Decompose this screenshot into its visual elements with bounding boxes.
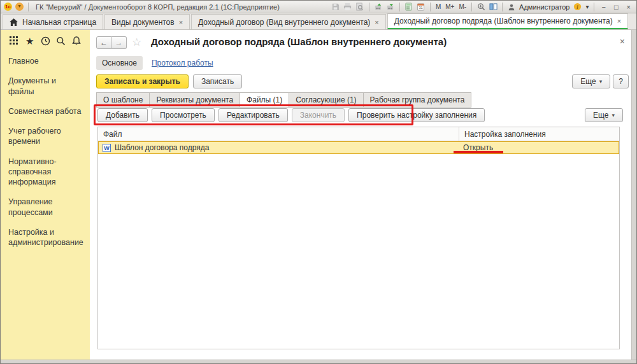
divider (399, 3, 400, 11)
save-button[interactable]: Записать (193, 74, 242, 88)
nav-main-link[interactable]: Основное (96, 56, 143, 70)
send-file-icon[interactable] (374, 3, 383, 11)
fill-setting-cell: Открыть (458, 142, 619, 153)
tab-document-attributes[interactable]: Реквизиты документа (149, 92, 240, 108)
app-tab-bar: Начальная страница Виды документов × Дох… (1, 13, 636, 30)
favorites-icon[interactable]: ★ (24, 36, 35, 46)
tab-income-contract[interactable]: Доходный договор (Вид внутреннего докуме… (191, 14, 386, 29)
close-tab-icon[interactable]: × (179, 18, 183, 26)
sections-menu-icon[interactable] (9, 36, 20, 46)
current-user-label[interactable]: Администратор (519, 3, 569, 11)
files-table: Файл Настройка заполнения W Шаблон догов… (97, 127, 620, 349)
divider (430, 3, 431, 11)
close-window-button[interactable]: × (624, 3, 633, 11)
history-nav: ← → (96, 36, 127, 49)
sidebar-item-process-management[interactable]: Управление процессами (1, 192, 90, 222)
add-file-button[interactable]: Добавить (97, 108, 148, 122)
favorite-star-icon[interactable]: ☆ (132, 36, 141, 49)
column-header-fill-setting[interactable]: Настройка заполнения (459, 127, 619, 141)
form-area: ← → ☆ Доходный договор подряда (Шаблон в… (90, 30, 633, 357)
more-button[interactable]: Еще ▾ (572, 74, 610, 88)
1c-logo-icon: 1с (4, 3, 12, 11)
back-button[interactable]: ← (96, 36, 111, 49)
files-toolbar-more: Еще ▾ (585, 108, 623, 122)
tab-label: Доходный договор подряда (Шаблон внутрен… (394, 17, 613, 25)
close-tab-icon[interactable]: × (617, 17, 621, 25)
form-tab-strip: О шаблоне Реквизиты документа Файлы (1) … (96, 92, 471, 108)
tab-contract-template[interactable]: Доходный договор подряда (Шаблон внутрен… (387, 13, 628, 29)
form-nav: Основное Протокол работы (96, 56, 213, 70)
svg-text:31: 31 (419, 6, 423, 10)
tab-label: Доходный договор (Вид внутреннего докуме… (198, 18, 370, 27)
divider (502, 3, 503, 11)
app-window: 1с ▾ ГК "Меркурий" / Документооборот 8 К… (0, 0, 637, 364)
sidebar-item-reference-info[interactable]: Нормативно-справочная информация (1, 151, 90, 192)
receive-file-icon[interactable] (386, 3, 395, 11)
save-icon[interactable] (331, 3, 340, 11)
tab-home[interactable]: Начальная страница (3, 14, 103, 29)
finish-edit-button: Закончить (292, 108, 345, 122)
chevron-down-icon: ▾ (599, 78, 603, 85)
edit-file-button[interactable]: Редактировать (218, 108, 288, 122)
tab-approvers[interactable]: Согласующие (1) (289, 92, 363, 108)
main-menu-icon[interactable]: ▾ (15, 3, 24, 11)
window-frame-bottom (1, 360, 636, 363)
tab-home-label: Начальная страница (22, 18, 96, 27)
column-header-file[interactable]: Файл (98, 130, 459, 139)
notifications-bell-icon[interactable] (71, 36, 82, 46)
word-file-icon: W (103, 144, 111, 152)
tab-about-template[interactable]: О шаблоне (96, 92, 150, 108)
tab-working-group[interactable]: Рабочая группа документа (363, 92, 472, 108)
close-form-icon[interactable]: × (620, 36, 625, 46)
section-sidebar: ★ Главное Документы и файлы Совместная р… (1, 30, 90, 361)
files-table-header: Файл Настройка заполнения (98, 127, 619, 141)
calculator-icon[interactable] (404, 3, 413, 11)
sidebar-item-main[interactable]: Главное (1, 51, 90, 71)
files-toolbar: Добавить Просмотреть Редактировать Закон… (97, 108, 485, 122)
info-dropdown-icon[interactable]: ▾ (585, 3, 589, 10)
zoom-icon[interactable] (476, 3, 485, 11)
file-name-label: Шаблон договора подряда (115, 143, 209, 152)
info-icon[interactable]: i (573, 3, 582, 11)
command-bar-right: Еще ▾ ? (572, 74, 629, 88)
divider (28, 3, 29, 11)
tab-files[interactable]: Файлы (1) (240, 92, 289, 108)
file-cell[interactable]: W Шаблон договора подряда (99, 143, 458, 152)
check-fill-settings-button[interactable]: Проверить настройку заполнения (348, 108, 485, 122)
command-bar: Записать и закрыть Записать (96, 74, 242, 88)
sidebar-tools: ★ (1, 30, 90, 51)
window-title: ГК "Меркурий" / Документооборот 8 КОРП, … (36, 3, 280, 11)
view-file-button[interactable]: Просмотреть (152, 108, 215, 122)
open-settings-link[interactable]: Открыть (463, 143, 493, 152)
forward-button[interactable]: → (111, 36, 127, 49)
print-preview-icon[interactable] (355, 3, 364, 11)
save-and-close-button[interactable]: Записать и закрыть (96, 74, 189, 88)
files-more-label: Еще (593, 111, 608, 120)
calendar-icon[interactable]: 31 (417, 3, 426, 11)
title-bar: 1с ▾ ГК "Меркурий" / Документооборот 8 К… (1, 1, 636, 13)
memory-mplus-button[interactable]: M+ (445, 3, 455, 10)
sidebar-item-time-tracking[interactable]: Учет рабочего времени (1, 121, 90, 151)
divider (369, 3, 369, 11)
history-icon[interactable] (40, 36, 51, 46)
table-row[interactable]: W Шаблон договора подряда Открыть (98, 141, 619, 154)
sidebar-item-collaboration[interactable]: Совместная работа (1, 101, 90, 121)
split-window-icon[interactable] (489, 3, 497, 11)
window-frame-right (631, 30, 636, 361)
maximize-button[interactable]: □ (612, 3, 621, 11)
search-icon[interactable] (55, 36, 66, 46)
sidebar-item-documents-files[interactable]: Документы и файлы (1, 71, 90, 101)
files-more-button[interactable]: Еще ▾ (585, 108, 623, 122)
minimize-button[interactable]: − (599, 3, 608, 11)
memory-m-button[interactable]: M (435, 3, 441, 10)
print-icon[interactable] (343, 3, 352, 11)
sidebar-item-settings-administration[interactable]: Настройка и администрирование (1, 222, 90, 253)
divider (471, 3, 472, 11)
tab-document-kinds[interactable]: Виды документов × (104, 14, 190, 29)
chevron-down-icon: ▾ (612, 112, 615, 118)
home-icon (10, 18, 18, 26)
help-button[interactable]: ? (613, 74, 629, 88)
memory-mminus-button[interactable]: M- (458, 3, 467, 10)
close-tab-icon[interactable]: × (375, 18, 378, 26)
nav-work-protocol-link[interactable]: Протокол работы (152, 59, 213, 67)
